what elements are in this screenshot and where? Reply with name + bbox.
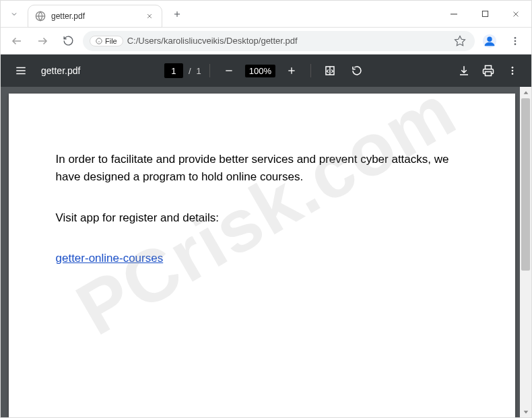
minimize-button[interactable] bbox=[438, 1, 469, 27]
document-paragraph: Visit app for register and details: bbox=[56, 209, 468, 227]
pdf-more-button[interactable] bbox=[502, 60, 523, 81]
toolbar-divider bbox=[310, 64, 311, 77]
tab-title: getter.pdf bbox=[51, 11, 139, 21]
document-link[interactable]: getter-online-courses bbox=[56, 252, 164, 265]
browser-tab[interactable]: getter.pdf bbox=[28, 5, 162, 28]
pdf-page-container: In order to facilitate and provide bette… bbox=[1, 87, 520, 417]
pdf-filename: getter.pdf bbox=[41, 65, 80, 76]
page-total: 1 bbox=[197, 66, 201, 76]
scroll-up-button[interactable] bbox=[520, 87, 531, 98]
scrollbar-thumb[interactable] bbox=[521, 98, 530, 271]
url-scheme-chip[interactable]: File bbox=[90, 36, 123, 46]
new-tab-button[interactable] bbox=[168, 5, 187, 24]
pdf-right-controls bbox=[453, 60, 523, 81]
svg-point-18 bbox=[514, 37, 517, 39]
window-controls bbox=[438, 1, 531, 27]
scrollbar-track[interactable] bbox=[520, 98, 531, 406]
zoom-level: 100% bbox=[245, 65, 275, 77]
reload-button[interactable] bbox=[57, 30, 79, 52]
zoom-out-button[interactable] bbox=[218, 60, 240, 81]
svg-marker-36 bbox=[523, 411, 528, 413]
svg-point-19 bbox=[514, 40, 517, 42]
profile-button[interactable] bbox=[479, 30, 500, 52]
pdf-toolbar: getter.pdf / 1 100% bbox=[1, 55, 531, 87]
svg-marker-35 bbox=[523, 91, 528, 94]
forward-button[interactable] bbox=[32, 30, 53, 52]
close-window-button[interactable] bbox=[500, 1, 531, 27]
svg-marker-15 bbox=[455, 36, 465, 45]
pdf-viewport: In order to facilitate and provide bette… bbox=[1, 87, 531, 417]
svg-point-17 bbox=[487, 36, 492, 41]
maximize-button[interactable] bbox=[469, 1, 500, 27]
page-number-input[interactable] bbox=[164, 63, 183, 78]
print-button[interactable] bbox=[477, 60, 499, 81]
vertical-scrollbar[interactable] bbox=[520, 87, 531, 417]
document-paragraph: In order to facilitate and provide bette… bbox=[56, 151, 468, 186]
pdf-page: In order to facilitate and provide bette… bbox=[9, 94, 515, 417]
svg-point-20 bbox=[514, 43, 517, 45]
svg-point-33 bbox=[512, 70, 514, 72]
url-scheme-label: File bbox=[105, 37, 117, 45]
close-tab-button[interactable] bbox=[144, 11, 155, 22]
fit-page-button[interactable] bbox=[319, 60, 341, 81]
zoom-in-button[interactable] bbox=[281, 60, 302, 81]
back-button[interactable] bbox=[6, 30, 28, 52]
pdf-menu-button[interactable] bbox=[9, 59, 33, 83]
rotate-button[interactable] bbox=[346, 60, 368, 81]
svg-rect-31 bbox=[486, 72, 492, 76]
info-icon bbox=[96, 38, 102, 44]
search-tabs-button[interactable] bbox=[5, 5, 24, 24]
toolbar-divider bbox=[209, 64, 210, 77]
url-text: C:/Users/karolisliucveikis/Desktop/gette… bbox=[127, 36, 448, 46]
svg-point-34 bbox=[512, 73, 514, 75]
scroll-down-button[interactable] bbox=[520, 406, 531, 417]
browser-menu-button[interactable] bbox=[504, 30, 526, 52]
globe-icon bbox=[35, 11, 46, 22]
svg-point-32 bbox=[512, 67, 514, 69]
download-button[interactable] bbox=[453, 60, 475, 81]
address-bar: File C:/Users/karolisliucveikis/Desktop/… bbox=[1, 28, 531, 55]
bookmark-button[interactable] bbox=[452, 35, 468, 47]
url-bar[interactable]: File C:/Users/karolisliucveikis/Desktop/… bbox=[83, 31, 475, 51]
page-separator: / bbox=[189, 66, 191, 76]
pdf-center-controls: / 1 100% bbox=[164, 60, 368, 81]
svg-rect-7 bbox=[482, 11, 488, 16]
window-titlebar: getter.pdf bbox=[1, 1, 531, 28]
